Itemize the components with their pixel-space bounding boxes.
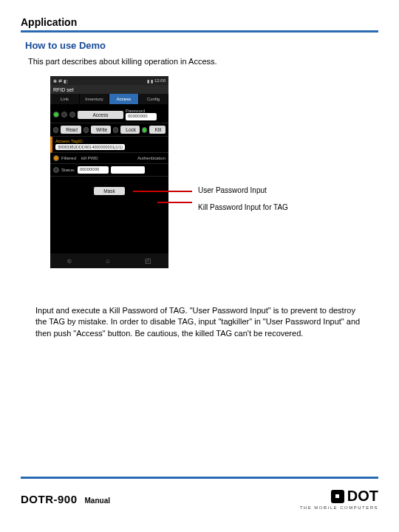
write-button[interactable]: Write <box>91 126 111 134</box>
tagid-field[interactable]: 300833B2DDD9014000000001(1/1) <box>55 144 125 150</box>
tab-access[interactable]: Access <box>109 94 139 104</box>
tab-config[interactable]: Config <box>139 94 168 104</box>
footer-manual: Manual <box>85 497 110 505</box>
led-icon <box>83 127 89 133</box>
callout-kill-password: Kill Password Input for TAG <box>198 203 288 211</box>
figure-area: ✽ ⇄ ◧ ▮ ▮ 12:00 RFID set Link Inventory … <box>50 76 378 298</box>
read-button[interactable]: Read <box>61 126 81 134</box>
led-icon <box>53 167 59 173</box>
phone-tabs: Link Inventory Access Config <box>50 94 168 104</box>
filter-row: Filtered kill PWD Authentication <box>50 153 168 164</box>
led-orange-icon <box>53 155 59 161</box>
led-icon <box>53 127 58 133</box>
led-icon <box>69 112 75 117</box>
logo-tagline: THE MOBILE COMPUTERS <box>300 505 378 510</box>
filter-label: Filtered <box>61 156 76 160</box>
status-field[interactable]: 00000000 <box>78 166 109 174</box>
access-button[interactable]: Access <box>78 111 123 119</box>
footer: DOTR-900 Manual DOT THE MOBILE COMPUTERS <box>0 477 399 510</box>
home-icon[interactable]: ⌂ <box>106 257 109 265</box>
auth-label: Authentication <box>137 156 166 160</box>
mask-row: Mask <box>50 177 168 200</box>
action-row: Read Write Lock Kill <box>50 123 168 137</box>
section-title: Application <box>21 16 378 28</box>
recent-icon[interactable]: ◰ <box>145 257 151 265</box>
phone-app-title: RFID set <box>50 85 168 94</box>
status-row: Status: 00000000 <box>50 164 168 177</box>
led-green-icon <box>53 112 59 117</box>
status-icon: ◧ <box>64 78 68 83</box>
back-icon[interactable]: ⎋ <box>67 257 71 265</box>
access-row: Access Password 00000000 <box>50 104 168 123</box>
password-field[interactable]: 00000000 <box>126 113 157 120</box>
status-label: Status: <box>61 168 75 172</box>
kill-password-field[interactable] <box>111 166 145 174</box>
brand-logo: DOT THE MOBILE COMPUTERS <box>300 488 378 510</box>
status-icon: ⇄ <box>58 78 62 83</box>
callout-line <box>133 191 192 192</box>
body-paragraph: Input and execute a Kill Password of TAG… <box>35 305 364 339</box>
section-rule <box>21 30 378 33</box>
footer-product: DOTR-900 <box>21 493 78 505</box>
subsection-title: How to use Demo <box>25 40 378 51</box>
logo-text: DOT <box>347 488 378 505</box>
lock-button[interactable]: Lock <box>120 126 140 134</box>
callout-line <box>157 202 192 203</box>
status-icon: ▮ <box>147 78 149 83</box>
status-icon: ✽ <box>53 78 57 83</box>
tagid-row: Access TagID: 300833B2DDD9014000000001(1… <box>50 137 168 153</box>
led-green-icon <box>142 127 147 133</box>
tab-inventory[interactable]: Inventory <box>80 94 109 104</box>
mask-button[interactable]: Mask <box>94 187 125 195</box>
status-clock: 12:00 <box>154 78 166 83</box>
filter-value: kill PWD <box>81 156 98 160</box>
status-icon: ▮ <box>151 78 153 83</box>
phone-mockup: ✽ ⇄ ◧ ▮ ▮ 12:00 RFID set Link Inventory … <box>50 76 168 268</box>
phone-nav: ⎋ ⌂ ◰ <box>50 253 168 268</box>
tab-link[interactable]: Link <box>50 94 80 104</box>
kill-button[interactable]: Kill <box>149 126 166 134</box>
led-icon <box>113 127 118 133</box>
tagid-label: Access TagID: <box>55 139 83 143</box>
callout-user-password: User Password Input <box>198 186 267 194</box>
phone-status-bar: ✽ ⇄ ◧ ▮ ▮ 12:00 <box>50 76 168 85</box>
intro-text: This part describes about killing operat… <box>28 57 378 66</box>
footer-rule <box>21 477 378 479</box>
led-icon <box>61 112 67 117</box>
logo-icon <box>331 490 344 503</box>
